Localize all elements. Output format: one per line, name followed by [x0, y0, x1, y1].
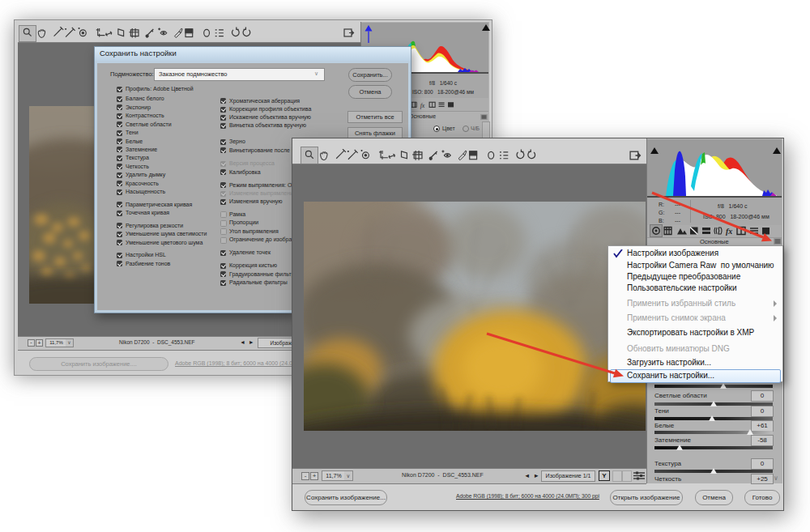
svg-text:fx: fx	[420, 102, 425, 109]
svg-text:fx: fx	[726, 227, 732, 236]
